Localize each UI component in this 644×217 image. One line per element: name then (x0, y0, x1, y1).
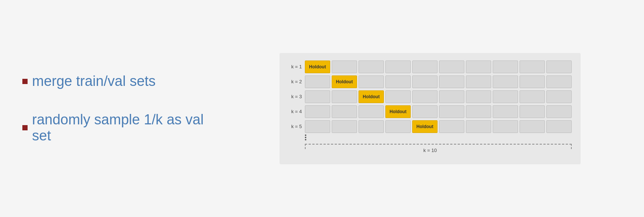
grid-cell (520, 120, 545, 133)
grid-cell (332, 105, 357, 118)
diagram-container: k = 1Holdoutk = 2Holdoutk = 3Holdoutk = … (280, 53, 581, 164)
main-container: merge train/val sets randomly sample 1/k… (0, 0, 644, 217)
grid-cell (493, 61, 518, 73)
grid-row: k = 4Holdout (288, 105, 572, 118)
bullet-item-1: merge train/val sets (22, 73, 224, 89)
grid-cell (359, 120, 384, 133)
grid-cell (439, 90, 464, 103)
grid-cell (305, 120, 330, 133)
grid-cell (439, 61, 464, 73)
grid-cell: Holdout (305, 61, 330, 73)
grid-cell (305, 105, 330, 118)
grid-cell (385, 61, 411, 73)
grid-cell (439, 75, 464, 88)
grid-cell (332, 120, 357, 133)
dashed-brace (305, 144, 572, 149)
grid-cell (385, 120, 411, 133)
grid-cell (412, 75, 438, 88)
bullet-text-2: randomly sample 1/k as val set (32, 112, 224, 144)
grid-cell (520, 61, 545, 73)
grid-cell (466, 61, 491, 73)
grid-cell (546, 61, 572, 73)
dot-3 (305, 139, 306, 140)
grid-cell (546, 120, 572, 133)
grid-cell (546, 90, 572, 103)
grid-cell (412, 61, 438, 73)
bullet-icon-2 (22, 125, 28, 130)
grid-cell (439, 120, 464, 133)
grid-row: k = 3Holdout (288, 90, 572, 103)
dot-2 (305, 137, 306, 138)
grid-cell (332, 90, 357, 103)
row-label: k = 2 (288, 79, 302, 84)
row-label: k = 3 (288, 94, 302, 99)
grid-cell (493, 105, 518, 118)
grid-row: k = 5Holdout (288, 120, 572, 133)
grid-cell (412, 90, 438, 103)
brace-label: k = 10 (423, 148, 437, 153)
grid-cell (412, 105, 438, 118)
grid-cell (359, 105, 384, 118)
row-label: k = 1 (288, 64, 302, 69)
grid-cell (385, 75, 411, 88)
grid-cell (546, 105, 572, 118)
bullet-text-1: merge train/val sets (32, 73, 156, 89)
right-panel: k = 1Holdoutk = 2Holdoutk = 3Holdoutk = … (231, 53, 629, 164)
grid-cell (493, 120, 518, 133)
grid-cell (520, 105, 545, 118)
bullet-item-2: randomly sample 1/k as val set (22, 112, 224, 144)
grid-cell (520, 90, 545, 103)
grid-cell (493, 75, 518, 88)
grid-cell (546, 75, 572, 88)
grid-cell (385, 90, 411, 103)
row-label: k = 5 (288, 124, 302, 129)
row-label: k = 4 (288, 109, 302, 114)
grid-cell (466, 75, 491, 88)
grid-cell (359, 61, 384, 73)
grid-row: k = 1Holdout (288, 61, 572, 73)
grid-rows: k = 1Holdoutk = 2Holdoutk = 3Holdoutk = … (288, 61, 572, 133)
grid-cell (466, 120, 491, 133)
grid-cell: Holdout (359, 90, 384, 103)
grid-cell (466, 105, 491, 118)
dot-1 (305, 134, 306, 136)
grid-row: k = 2Holdout (288, 75, 572, 88)
grid-cell: Holdout (412, 120, 438, 133)
dots-row (288, 134, 572, 140)
grid-cell (305, 90, 330, 103)
grid-cell (439, 105, 464, 118)
brace-row: k = 10 (288, 142, 572, 153)
grid-cell (305, 75, 330, 88)
grid-cell: Holdout (332, 75, 357, 88)
grid-cell (359, 75, 384, 88)
bullet-icon-1 (22, 79, 28, 84)
grid-cell (493, 90, 518, 103)
grid-cell (466, 90, 491, 103)
left-panel: merge train/val sets randomly sample 1/k… (15, 62, 231, 155)
grid-cell: Holdout (385, 105, 411, 118)
grid-cell (520, 75, 545, 88)
grid-cell (332, 61, 357, 73)
